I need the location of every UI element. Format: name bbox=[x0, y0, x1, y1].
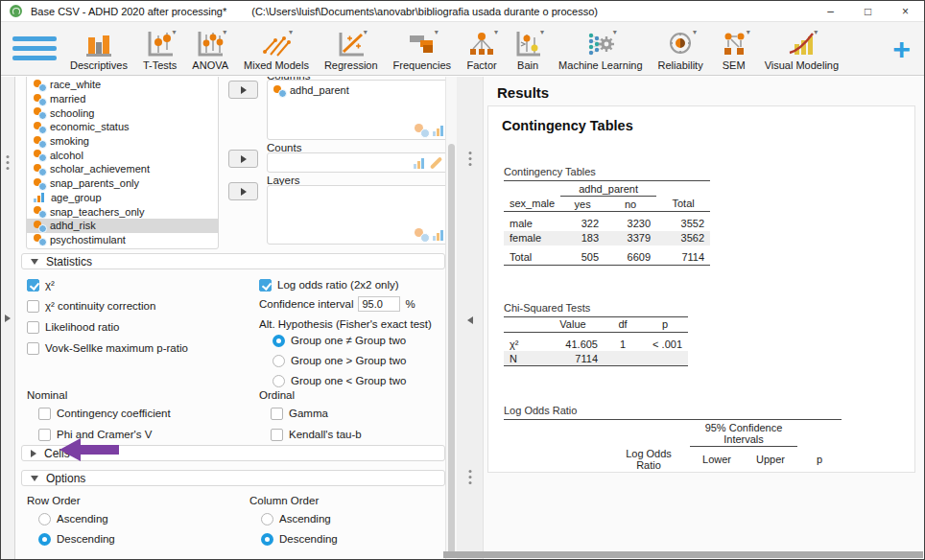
module-factor[interactable]: Factor bbox=[459, 30, 505, 71]
columns-drop-zone[interactable]: adhd_parent bbox=[267, 80, 449, 140]
sem-icon bbox=[719, 30, 749, 58]
radio-group-lt[interactable]: Group one < Group two bbox=[273, 374, 407, 387]
radio-group-ne[interactable]: Group one ≠ Group two bbox=[273, 334, 406, 347]
nominal-group-label: Nominal bbox=[27, 389, 67, 401]
checkbox-vovk-sellke[interactable]: Vovk-Sellke maximum p-ratio bbox=[27, 341, 188, 355]
chi-squared-table-title: Chi-Squared Tests bbox=[504, 302, 901, 314]
checkbox-continuity-correction[interactable]: χ² continuity correction bbox=[27, 299, 155, 313]
counts-drop-zone[interactable] bbox=[267, 152, 449, 173]
close-button[interactable]: × bbox=[887, 1, 924, 21]
variable-item[interactable]: smoking bbox=[27, 134, 218, 149]
module-bain[interactable]: Bain bbox=[505, 30, 551, 71]
contingency-table: adhd_parent sex_male yes no Total male 3… bbox=[504, 180, 710, 266]
add-module-button[interactable]: + bbox=[892, 35, 911, 63]
splitter-grip[interactable] bbox=[468, 470, 471, 484]
expand-data-arrow-icon[interactable] bbox=[5, 315, 11, 322]
radio-icon bbox=[273, 355, 285, 367]
assign-to-counts-button[interactable] bbox=[228, 150, 258, 168]
layers-drop-zone[interactable] bbox=[267, 185, 449, 245]
analysis-options-panel: race_white married schooling economic_st… bbox=[15, 77, 457, 559]
descriptives-icon bbox=[83, 30, 114, 58]
variable-item[interactable]: schooling bbox=[27, 105, 218, 120]
minimize-button[interactable]: – bbox=[812, 1, 849, 21]
variable-item[interactable]: snap_teachers_only bbox=[27, 204, 218, 219]
table-total-row: Total 505 6609 7114 bbox=[504, 250, 710, 266]
checkbox-likelihood-ratio[interactable]: Likelihood ratio bbox=[27, 320, 119, 334]
results-title[interactable]: Results bbox=[497, 84, 549, 101]
module-machine-learning[interactable]: Machine Learning bbox=[551, 30, 650, 71]
confidence-interval-input[interactable] bbox=[358, 296, 400, 312]
scale-type-icon bbox=[430, 156, 442, 169]
column-order-label: Column Order bbox=[249, 495, 319, 506]
checkbox-kendalls-tau-b[interactable]: Kendall's tau-b bbox=[271, 428, 362, 441]
checkbox-icon bbox=[271, 429, 283, 441]
variable-item[interactable]: economic_status bbox=[27, 120, 218, 134]
dropdown-caret-icon bbox=[364, 28, 368, 36]
assign-to-columns-button[interactable] bbox=[228, 81, 258, 99]
module-t-tests[interactable]: T-Tests bbox=[135, 30, 184, 71]
radio-column-ascending[interactable]: Ascending bbox=[261, 512, 331, 525]
scrollbar-thumb[interactable] bbox=[448, 144, 455, 557]
radio-group-gt[interactable]: Group one > Group two bbox=[273, 354, 407, 367]
dropdown-caret-icon bbox=[613, 28, 617, 36]
variable-item-selected[interactable]: adhd_risk bbox=[27, 219, 218, 233]
radio-row-descending[interactable]: Descending bbox=[38, 532, 115, 546]
module-anova[interactable]: ANOVA bbox=[184, 30, 236, 71]
radio-selected-icon bbox=[38, 533, 51, 546]
module-descriptives[interactable]: Descriptives bbox=[62, 30, 135, 71]
variable-item[interactable]: psychostimulant bbox=[27, 233, 218, 247]
module-frequencies[interactable]: Frequencies bbox=[386, 30, 460, 71]
log-odds-table-title: Log Odds Ratio bbox=[504, 405, 901, 416]
variable-item[interactable]: scholar_achievement bbox=[27, 162, 218, 176]
collapse-triangle-icon bbox=[31, 259, 38, 265]
table-row: N 7114 bbox=[504, 351, 688, 366]
checkbox-icon bbox=[27, 300, 39, 313]
checkbox-log-odds-ratio[interactable]: Log odds ratio (2x2 only) bbox=[259, 278, 399, 292]
collapse-options-arrow-icon[interactable] bbox=[467, 316, 473, 324]
radio-row-ascending[interactable]: Ascending bbox=[38, 512, 108, 525]
checkbox-icon bbox=[27, 321, 39, 334]
checkbox-contingency-coefficient[interactable]: Contingency coefficient bbox=[38, 407, 171, 420]
variable-item[interactable]: alcohol bbox=[27, 148, 218, 162]
checkbox-gamma[interactable]: Gamma bbox=[271, 407, 328, 420]
checkbox-chi-squared[interactable]: χ² bbox=[27, 278, 55, 292]
variable-item[interactable]: married bbox=[27, 92, 218, 106]
splitter-grip[interactable] bbox=[7, 155, 10, 170]
regression-icon bbox=[336, 30, 367, 58]
maximize-button[interactable]: □ bbox=[849, 1, 887, 21]
variable-item[interactable]: race_white bbox=[27, 78, 218, 92]
module-visual-modeling[interactable]: Visual Modeling bbox=[757, 30, 846, 71]
data-panel-splitter[interactable] bbox=[1, 77, 15, 559]
section-options[interactable]: Options bbox=[21, 470, 445, 486]
vertical-scrollbar[interactable] bbox=[445, 77, 457, 559]
results-splitter[interactable] bbox=[457, 77, 484, 559]
checkbox-checked-icon bbox=[259, 279, 272, 292]
ordinal-type-icon bbox=[433, 230, 443, 241]
checkbox-icon bbox=[38, 429, 51, 441]
dropdown-caret-icon bbox=[814, 28, 818, 36]
variable-item[interactable]: age_group bbox=[27, 191, 218, 205]
table-row: male 322 3230 3552 bbox=[504, 217, 710, 231]
horizontal-scrollbar[interactable] bbox=[443, 551, 923, 558]
splitter-grip[interactable] bbox=[468, 152, 471, 166]
chi-squared-table: Value df p χ² 41.605 1 < .001 N 7114 bbox=[504, 316, 688, 367]
module-sem[interactable]: SEM bbox=[711, 30, 757, 71]
ordinal-type-icon bbox=[414, 158, 424, 169]
module-mixed-models[interactable]: Mixed Models bbox=[236, 30, 317, 71]
assigned-variable[interactable]: adhd_parent bbox=[268, 81, 448, 96]
variable-item[interactable]: snap_parents_only bbox=[27, 176, 218, 191]
t-tests-icon bbox=[145, 30, 176, 58]
assign-to-layers-button[interactable] bbox=[228, 182, 258, 200]
results-panel: Results Contingency Tables Contingency T… bbox=[484, 77, 924, 559]
checkbox-icon bbox=[271, 408, 283, 420]
arrow-right-icon bbox=[241, 155, 247, 163]
radio-column-descending[interactable]: Descending bbox=[261, 532, 338, 546]
results-section-title[interactable]: Contingency Tables bbox=[502, 118, 901, 133]
module-regression[interactable]: Regression bbox=[317, 30, 386, 71]
visual-modeling-icon bbox=[786, 30, 817, 58]
section-statistics[interactable]: Statistics bbox=[21, 253, 445, 269]
menu-button[interactable] bbox=[12, 36, 57, 60]
module-reliability[interactable]: Reliability bbox=[651, 30, 711, 71]
log-odds-table: 95% Confidence Intervals Log Odds Ratio … bbox=[504, 419, 842, 473]
checkbox-icon bbox=[27, 342, 39, 355]
